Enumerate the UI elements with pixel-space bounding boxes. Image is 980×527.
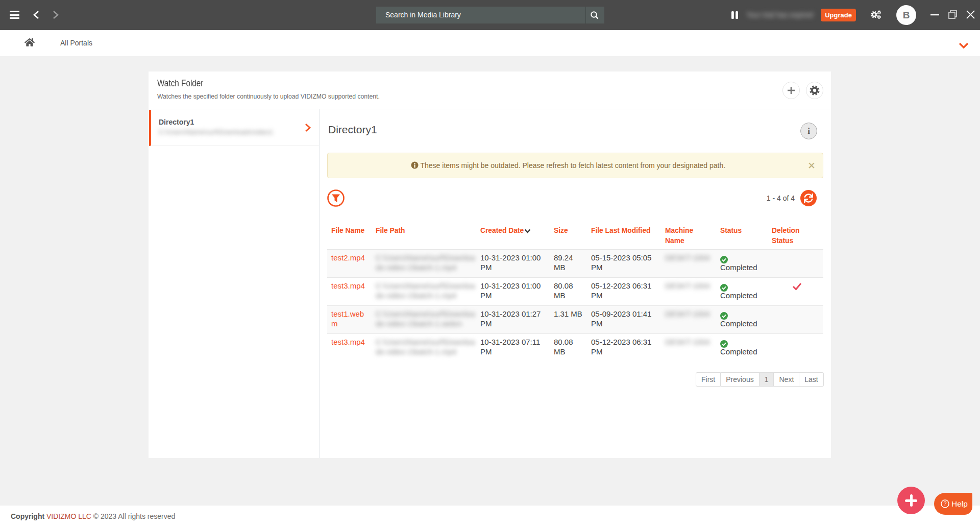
svg-text:?: ? bbox=[943, 500, 946, 507]
